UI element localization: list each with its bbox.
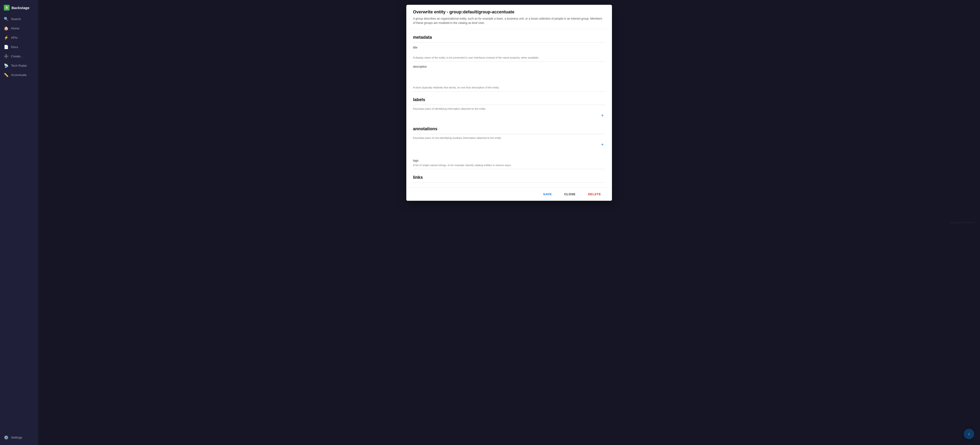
sidebar-label-apis: APIs bbox=[11, 36, 18, 40]
sidebar-item-search[interactable]: 🔍 Search bbox=[0, 14, 38, 24]
modal-footer: SAVE CLOSE DELETE bbox=[406, 188, 612, 201]
sidebar-item-accentuate[interactable]: ✏️ Accentuate bbox=[0, 70, 38, 79]
labels-description: Key/value pairs of identifying informati… bbox=[413, 107, 605, 110]
modal-overlay: Overwrite entity - group:default/group-a… bbox=[38, 0, 980, 445]
modal-body: metadata title A display name of the ent… bbox=[406, 29, 612, 188]
delete-button[interactable]: DELETE bbox=[584, 191, 605, 197]
sidebar: B Backstage 🔍 Search 🏠 Home ⚡ APIs 📄 Doc… bbox=[0, 0, 38, 445]
description-field-label: description bbox=[413, 65, 605, 68]
accentuate-icon: ✏️ bbox=[4, 73, 9, 77]
modal-subtitle: A group describes an organizational enti… bbox=[413, 16, 605, 25]
overwrite-entity-modal: Overwrite entity - group:default/group-a… bbox=[406, 5, 612, 201]
create-icon: ➕ bbox=[4, 54, 9, 59]
sidebar-label-settings: Settings bbox=[11, 435, 22, 439]
title-field-label: title bbox=[413, 46, 605, 49]
sidebar-label-search: Search bbox=[11, 17, 21, 21]
search-icon: 🔍 bbox=[4, 17, 9, 21]
links-section-title: links bbox=[413, 175, 605, 183]
tags-field-label: tags bbox=[413, 159, 605, 162]
sidebar-label-home: Home bbox=[11, 27, 19, 30]
description-field: description A short (typically relativel… bbox=[413, 62, 605, 92]
app-name: Backstage bbox=[11, 6, 29, 10]
labels-add-button[interactable]: + bbox=[600, 113, 605, 118]
sidebar-item-settings[interactable]: ⚙️ Settings bbox=[0, 433, 38, 442]
app-logo: B Backstage bbox=[0, 3, 38, 14]
description-input[interactable] bbox=[413, 70, 605, 84]
docs-icon: 📄 bbox=[4, 45, 9, 49]
metadata-section-title: metadata bbox=[413, 35, 605, 43]
sidebar-item-docs[interactable]: 📄 Docs bbox=[0, 42, 38, 52]
description-field-desc: A short (typically relatively few words,… bbox=[413, 86, 605, 89]
sidebar-item-tech-radar[interactable]: 📡 Tech Radar bbox=[0, 61, 38, 70]
labels-section-title: labels bbox=[413, 97, 605, 105]
annotations-description: Key/value pairs of non-identifying auxil… bbox=[413, 137, 605, 139]
tags-field-desc: A list of single-valued strings, to for … bbox=[413, 164, 605, 167]
close-button[interactable]: CLOSE bbox=[560, 191, 580, 197]
annotations-add-button[interactable]: + bbox=[600, 142, 605, 148]
metadata-section: metadata title A display name of the ent… bbox=[413, 35, 605, 92]
apis-icon: ⚡ bbox=[4, 35, 9, 40]
modal-title: Overwrite entity - group:default/group-a… bbox=[413, 10, 605, 14]
sidebar-label-docs: Docs bbox=[11, 45, 18, 49]
sidebar-item-home[interactable]: 🏠 Home bbox=[0, 24, 38, 33]
tech-radar-icon: 📡 bbox=[4, 64, 9, 68]
title-field: title A display name of the entity, to b… bbox=[413, 43, 605, 62]
modal-header: Overwrite entity - group:default/group-a… bbox=[406, 5, 612, 29]
sidebar-item-create[interactable]: ➕ Create... bbox=[0, 52, 38, 61]
sidebar-label-create: Create... bbox=[11, 54, 23, 58]
title-input[interactable] bbox=[413, 51, 605, 55]
tags-field: tags A list of single-valued strings, to… bbox=[413, 156, 605, 169]
title-field-desc: A display name of the entity, to be pres… bbox=[413, 56, 605, 59]
annotations-section: annotations Key/value pairs of non-ident… bbox=[413, 126, 605, 150]
save-button[interactable]: SAVE bbox=[539, 191, 556, 197]
labels-section: labels Key/value pairs of identifying in… bbox=[413, 97, 605, 121]
logo-icon: B bbox=[4, 5, 10, 11]
sidebar-item-apis[interactable]: ⚡ APIs bbox=[0, 33, 38, 42]
annotations-section-title: annotations bbox=[413, 126, 605, 134]
sidebar-label-tech-radar: Tech Radar bbox=[11, 64, 27, 67]
main-area: Aggregated Relations Overwrite entity - … bbox=[38, 0, 980, 445]
annotations-add-row: + bbox=[413, 139, 605, 150]
sidebar-label-accentuate: Accentuate bbox=[11, 73, 27, 77]
home-icon: 🏠 bbox=[4, 26, 9, 30]
links-section: links bbox=[413, 175, 605, 183]
settings-icon: ⚙️ bbox=[4, 435, 9, 440]
tags-section: tags A list of single-valued strings, to… bbox=[413, 156, 605, 169]
labels-add-row: + bbox=[413, 110, 605, 121]
